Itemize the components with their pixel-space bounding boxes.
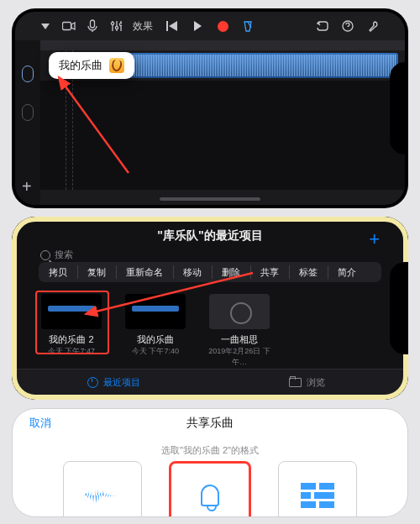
- share-subtitle: 选取"我的乐曲 2"的格式: [13, 444, 407, 457]
- format-project[interactable]: [278, 461, 357, 517]
- rewind-icon[interactable]: [165, 19, 179, 33]
- my-songs-popup[interactable]: 我的乐曲: [49, 52, 134, 79]
- garageband-app-icon: [109, 58, 124, 73]
- waveform-icon: [85, 484, 120, 507]
- track-header-2[interactable]: [22, 104, 34, 121]
- svg-rect-5: [166, 21, 168, 31]
- format-ringtone[interactable]: [169, 461, 251, 517]
- tracks-empty-area: [40, 81, 405, 190]
- project-icon: [301, 483, 334, 508]
- popup-label: 我的乐曲: [59, 58, 102, 73]
- editor-toolbar: 效果: [15, 12, 405, 40]
- play-icon[interactable]: [191, 19, 204, 33]
- share-title: 共享乐曲: [13, 416, 407, 431]
- highlight-border: [12, 217, 408, 400]
- record-icon[interactable]: [216, 19, 229, 33]
- device-notch: [390, 62, 408, 155]
- format-song[interactable]: [63, 461, 142, 517]
- settings-wrench-icon[interactable]: [366, 19, 380, 33]
- share-sheet-screenshot: 取消 共享乐曲 选取"我的乐曲 2"的格式: [12, 408, 408, 517]
- recent-projects-screenshot: "库乐队"的最近项目 + 搜索 拷贝 复制 重新命名 移动 删除 共享 标签 简…: [12, 217, 408, 400]
- device-notch: [390, 262, 408, 354]
- timeline-ruler[interactable]: [40, 40, 405, 50]
- home-indicator: [160, 197, 260, 201]
- add-track-button[interactable]: +: [22, 177, 32, 196]
- track-header-1[interactable]: [22, 66, 34, 82]
- garageband-editor-screenshot: 效果 + 我的乐曲: [12, 8, 408, 208]
- loop-icon[interactable]: [316, 19, 329, 33]
- format-options: [13, 461, 407, 517]
- bell-icon: [197, 483, 223, 511]
- metronome-icon[interactable]: [241, 19, 255, 33]
- help-icon[interactable]: [341, 19, 354, 33]
